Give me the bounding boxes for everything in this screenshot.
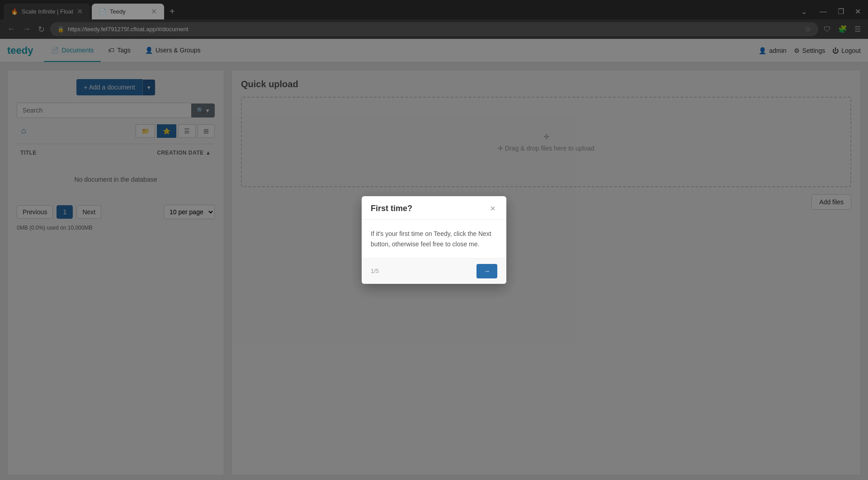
modal-close-button[interactable]: × [488,203,497,214]
modal-next-button[interactable]: → [476,264,497,278]
modal-text: If it's your first time on Teedy, click … [371,229,497,249]
modal-title: First time? [371,204,412,213]
next-arrow-icon: → [484,268,490,275]
modal-footer: 1/5 → [362,258,506,284]
modal-body: If it's your first time on Teedy, click … [362,220,506,258]
first-time-modal: First time? × If it's your first time on… [362,196,506,284]
modal-progress: 1/5 [371,268,379,274]
modal-overlay: First time? × If it's your first time on… [0,0,868,480]
modal-header: First time? × [362,196,506,220]
